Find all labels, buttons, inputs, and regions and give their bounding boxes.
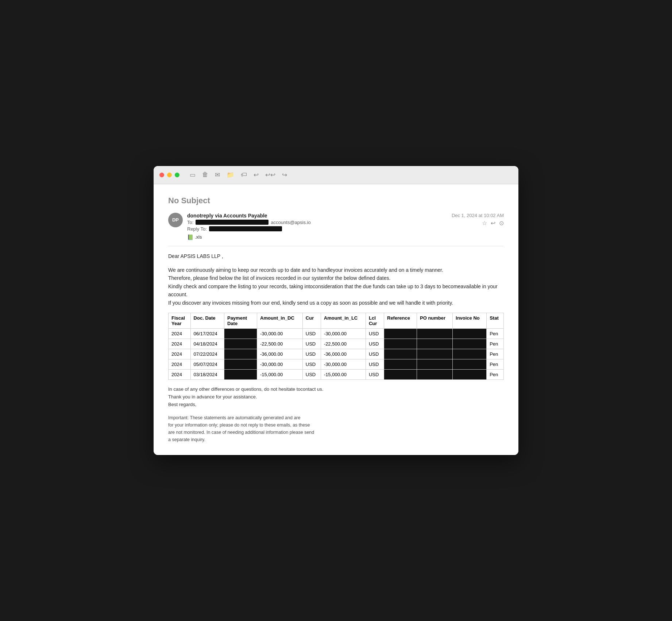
titlebar: ▭ 🗑 ✉ 📁 🏷 ↩ ↩↩ ↪	[154, 166, 518, 184]
payment-date-cell	[224, 349, 257, 359]
col-invoice-no: Invoice No	[453, 313, 487, 328]
status-cell: Pen	[487, 328, 504, 339]
fiscal-year-cell: 2024	[169, 369, 191, 379]
body-paragraph: We are continuously aiming to keep our r…	[168, 266, 504, 307]
close-button[interactable]	[159, 173, 164, 177]
reference-cell	[384, 328, 417, 339]
cur-cell: USD	[302, 369, 321, 379]
maximize-button[interactable]	[175, 173, 179, 177]
lcl-cur-cell: USD	[366, 349, 384, 359]
email-subject: No Subject	[168, 196, 504, 205]
reference-cell	[384, 359, 417, 369]
attachment-row: 📗 .xls	[187, 234, 311, 240]
more-icon[interactable]: ⊙	[499, 220, 504, 227]
doc-date-cell: 05/07/2024	[190, 359, 224, 369]
star-icon[interactable]: ☆	[482, 220, 487, 227]
invoice-no-cell	[453, 339, 487, 349]
mail-icon[interactable]: ✉	[215, 171, 220, 179]
payment-date-cell	[224, 369, 257, 379]
doc-date-cell: 03/18/2024	[190, 369, 224, 379]
reference-cell	[384, 339, 417, 349]
folder-icon[interactable]: 📁	[227, 171, 234, 179]
amount-dc-cell: -36,000.00	[257, 349, 303, 359]
col-amount-lc: Amount_in_LC	[321, 313, 366, 328]
minimize-button[interactable]	[167, 173, 172, 177]
fiscal-year-cell: 2024	[169, 328, 191, 339]
po-number-cell	[417, 339, 453, 349]
po-number-cell	[417, 328, 453, 339]
amount-lc-cell: -22,500.00	[321, 339, 366, 349]
invoice-no-cell	[453, 349, 487, 359]
email-date: Dec 1, 2024 at 10:02 AM	[452, 213, 504, 218]
amount-lc-cell: -30,000.00	[321, 328, 366, 339]
amount-lc-cell: -36,000.00	[321, 349, 366, 359]
email-body: No Subject DP donotreply via Accounts Pa…	[154, 184, 518, 455]
amount-dc-cell: -15,000.00	[257, 369, 303, 379]
col-po-number: PO number	[417, 313, 453, 328]
reference-cell	[384, 369, 417, 379]
invoice-no-cell	[453, 369, 487, 379]
trash-icon[interactable]: 🗑	[202, 171, 208, 178]
payment-date-cell	[224, 339, 257, 349]
avatar: DP	[168, 213, 183, 227]
fiscal-year-cell: 2024	[169, 349, 191, 359]
fiscal-year-cell: 2024	[169, 359, 191, 369]
sender-row: DP donotreply via Accounts Payable To: a…	[168, 213, 504, 240]
invoice-table: FiscalYear Doc. Date PaymentDate Amount_…	[168, 313, 504, 380]
col-lcl-cur: LclCur	[366, 313, 384, 328]
status-cell: Pen	[487, 359, 504, 369]
reference-cell	[384, 349, 417, 359]
email-actions: ☆ ↩ ⊙	[452, 220, 504, 227]
amount-dc-cell: -30,000.00	[257, 328, 303, 339]
important-notice: Important: These statements are automati…	[168, 414, 504, 443]
col-amount-dc: Amount_in_DC	[257, 313, 303, 328]
to-email: accounts@apsis.io	[271, 220, 310, 225]
to-redacted	[196, 220, 269, 225]
sender-left: DP donotreply via Accounts Payable To: a…	[168, 213, 311, 240]
col-reference: Reference	[384, 313, 417, 328]
cur-cell: USD	[302, 359, 321, 369]
attachment-name: .xls	[195, 234, 202, 240]
toolbar: ▭ 🗑 ✉ 📁 🏷 ↩ ↩↩ ↪	[190, 171, 287, 179]
col-payment-date: PaymentDate	[224, 313, 257, 328]
undo-icon[interactable]: ↩	[254, 171, 259, 179]
status-cell: Pen	[487, 369, 504, 379]
lcl-cur-cell: USD	[366, 369, 384, 379]
to-label: To:	[187, 220, 193, 225]
divider	[168, 246, 504, 246]
status-cell: Pen	[487, 349, 504, 359]
reply-icon[interactable]: ↩	[491, 220, 495, 227]
status-cell: Pen	[487, 339, 504, 349]
po-number-cell	[417, 359, 453, 369]
table-row: 2024 04/18/2024 -22,500.00 USD -22,500.0…	[169, 339, 504, 349]
table-row: 2024 05/07/2024 -30,000.00 USD -30,000.0…	[169, 359, 504, 369]
reply-label: Reply To:	[187, 226, 207, 232]
amount-lc-cell: -30,000.00	[321, 359, 366, 369]
doc-date-cell: 04/18/2024	[190, 339, 224, 349]
lcl-cur-cell: USD	[366, 359, 384, 369]
lcl-cur-cell: USD	[366, 339, 384, 349]
tag-icon[interactable]: 🏷	[241, 171, 247, 178]
amount-dc-cell: -30,000.00	[257, 359, 303, 369]
payment-date-cell	[224, 359, 257, 369]
amount-dc-cell: -22,500.00	[257, 339, 303, 349]
col-cur: Cur	[302, 313, 321, 328]
cur-cell: USD	[302, 349, 321, 359]
reply-row: Reply To:	[187, 226, 311, 232]
col-status: Stat	[487, 313, 504, 328]
invoice-no-cell	[453, 328, 487, 339]
po-number-cell	[417, 369, 453, 379]
table-row: 2024 03/18/2024 -15,000.00 USD -15,000.0…	[169, 369, 504, 379]
xls-icon: 📗	[187, 234, 193, 240]
footer-text: In case of any other differences or ques…	[168, 386, 504, 408]
lcl-cur-cell: USD	[366, 328, 384, 339]
sender-name: donotreply via Accounts Payable	[187, 213, 311, 219]
forward-icon[interactable]: ↪	[282, 171, 287, 179]
table-row: 2024 07/22/2024 -36,000.00 USD -36,000.0…	[169, 349, 504, 359]
reply-all-icon[interactable]: ↩↩	[265, 171, 275, 179]
amount-lc-cell: -15,000.00	[321, 369, 366, 379]
reply-redacted	[209, 226, 282, 231]
fiscal-year-cell: 2024	[169, 339, 191, 349]
greeting: Dear APSIS LABS LLP ,	[168, 252, 504, 260]
archive-icon[interactable]: ▭	[190, 171, 196, 179]
